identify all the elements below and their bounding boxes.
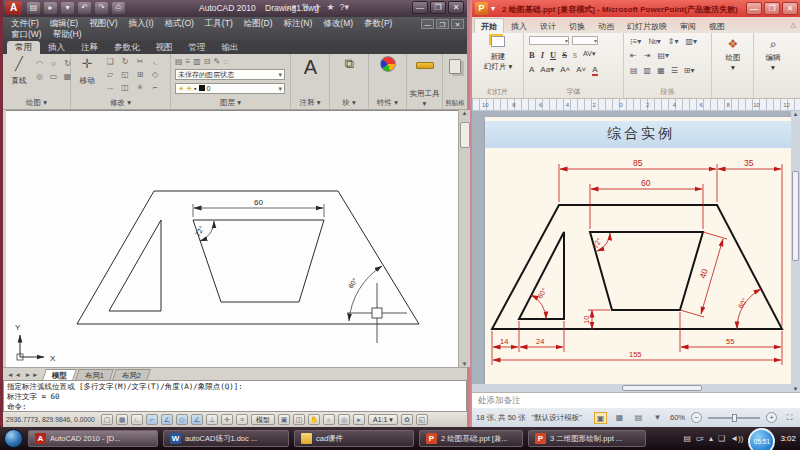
columns-icon[interactable]: ▥▾ (686, 37, 698, 46)
doc-minimize-icon[interactable]: — (421, 19, 434, 29)
command-line[interactable]: 指定标注弧线位置或 [多行文字(M)/文字(T)/角度(A)/象限点(Q)]: … (3, 380, 467, 412)
outer-trapezoid[interactable] (77, 191, 419, 324)
help-icon[interactable]: ?▾ (339, 2, 349, 13)
modify-panel-label[interactable]: 修改 ▾ (71, 98, 170, 108)
stretch-icon[interactable]: ↔ (103, 82, 117, 94)
tab-home[interactable]: 常用 (7, 41, 40, 54)
autocad-drawing-canvas[interactable]: 60 72° 60° (6, 110, 458, 367)
close-button[interactable]: ✕ (448, 1, 464, 14)
underline-button[interactable]: U (550, 50, 556, 60)
ortho-toggle[interactable]: ⌐ (146, 414, 158, 425)
tab-manage[interactable]: 管理 (181, 41, 214, 54)
properties-panel-label[interactable]: 特性 ▾ (369, 98, 406, 108)
text-button[interactable]: A (291, 56, 330, 76)
minimize-button[interactable]: — (412, 1, 428, 14)
indent-icon[interactable]: ⇥ (644, 51, 651, 60)
plot-icon[interactable]: ⎙ (112, 2, 125, 14)
pan-icon[interactable]: ✋ (308, 414, 320, 425)
tab-parametric[interactable]: 参数化 (106, 41, 148, 54)
menu-tools[interactable]: 工具(T) (205, 18, 233, 30)
polar-toggle[interactable]: ∠ (161, 414, 173, 425)
osnap-toggle[interactable]: ◇ (176, 414, 188, 425)
move-button[interactable]: ✛ 移动 (74, 56, 100, 86)
ppt-tab-review[interactable]: 审阅 (674, 19, 702, 33)
annotation-scale-button[interactable]: A1:1 ▾ (368, 414, 398, 425)
vscroll-thumb[interactable] (792, 171, 799, 261)
tab-layout2[interactable]: 布局2 (112, 369, 151, 380)
slide-hscrollbar[interactable] (472, 384, 793, 392)
charspacing-icon[interactable]: AV▾ (583, 50, 595, 60)
taskbar-autocad[interactable]: A AutoCAD 2010 - [D... (28, 430, 158, 447)
menu-dimension[interactable]: 标注(N) (284, 18, 313, 30)
font-color-icon[interactable]: A (592, 65, 597, 76)
tab-annotate[interactable]: 注释 (73, 41, 106, 54)
doc-restore-icon[interactable]: ❐ (436, 19, 449, 29)
paste-button[interactable] (443, 56, 467, 76)
ppt-close-button[interactable]: ✕ (782, 2, 798, 15)
layer-props-icon[interactable]: ▤ (175, 56, 183, 68)
bullets-icon[interactable]: ⁝≡▾ (630, 37, 641, 46)
tab-insert[interactable]: 插入 (40, 41, 73, 54)
offset-icon[interactable]: ◫ (118, 82, 132, 94)
draw-panel-label[interactable]: 绘图 ▾ (3, 98, 70, 108)
tab-view[interactable]: 视图 (148, 41, 181, 54)
hscroll-thumb[interactable] (622, 385, 702, 391)
steeringwheel-icon[interactable]: ◎ (338, 414, 350, 425)
slide[interactable]: 综合实例 (485, 117, 797, 385)
layer-match-icon[interactable]: ≡ (186, 56, 191, 68)
linespacing-icon[interactable]: ⇕▾ (668, 37, 679, 46)
annotation-panel-label[interactable]: 注释 ▾ (291, 98, 329, 108)
ppt-qat-save-icon[interactable]: ▾ (491, 4, 495, 13)
font-size-select[interactable]: ▾ (572, 36, 598, 45)
showmotion-icon[interactable]: ▸ (353, 414, 365, 425)
notes-pane[interactable]: 处添加备注 (472, 392, 800, 408)
tray-cf-icon[interactable]: CF (696, 436, 704, 442)
ppt-titlebar[interactable]: P ▾ 2 绘图基础.ppt [兼容模式] - Microsoft PowerP… (472, 0, 800, 17)
scale-icon[interactable]: ◱ (118, 69, 132, 81)
layout-quickview-icon[interactable]: ▣ (278, 414, 290, 425)
taskbar-clock[interactable]: 3:02 (780, 434, 796, 443)
ppt-tab-home[interactable]: 开始 (474, 18, 504, 33)
autocad-titlebar[interactable]: A ▤ ▸ ▾ ↶ ↷ ⎙ AutoCAD 2010 Drawing1.dwg … (3, 0, 467, 17)
array-icon[interactable]: ⊞ (133, 69, 147, 81)
menu-parametric[interactable]: 参数(P) (364, 18, 392, 30)
circle-icon[interactable]: ○ (47, 58, 60, 70)
fillet-icon[interactable]: ◟ (148, 56, 162, 68)
drawing-button[interactable]: ❖ 绘图▾ (712, 37, 754, 72)
grid-toggle[interactable]: ∟ (131, 414, 143, 425)
workspace-icon[interactable]: ✿ (401, 414, 413, 425)
inner-trapezoid[interactable] (193, 220, 324, 302)
layer-freeze-icon[interactable]: ✎ (214, 56, 221, 68)
menu-help[interactable]: 帮助(H) (53, 29, 82, 41)
doc-close-icon[interactable]: ✕ (451, 19, 464, 29)
start-button[interactable] (4, 429, 23, 448)
zoom-out-button[interactable]: − (691, 412, 702, 423)
redo-icon[interactable]: ↷ (95, 2, 108, 14)
fit-to-window-button[interactable]: ⛶ (783, 412, 796, 424)
shadow-button[interactable]: s (573, 50, 577, 60)
ppt-tab-transitions[interactable]: 切换 (563, 19, 591, 33)
new-icon[interactable]: ▤ (27, 2, 40, 14)
line-button[interactable]: ╱ 直线 (6, 56, 32, 86)
taskbar-folder[interactable]: cad课件 (294, 430, 414, 447)
autocad-logo[interactable]: A (5, 1, 22, 15)
menu-format[interactable]: 格式(O) (165, 18, 194, 30)
normal-view-button[interactable]: ▣ (594, 412, 607, 424)
font-family-select[interactable]: ▾ (529, 36, 569, 45)
grow-font-icon[interactable]: A˄ (560, 65, 570, 76)
fullscreen-icon[interactable]: ◱ (416, 414, 428, 425)
reading-view-button[interactable]: ▤ (632, 412, 645, 424)
ppt-tab-design[interactable]: 设计 (534, 19, 562, 33)
snap-toggle[interactable]: ▦ (116, 414, 128, 425)
zoom-icon[interactable]: ⌕ (323, 414, 335, 425)
smartart-icon[interactable]: ⊞▾ (684, 66, 695, 75)
arc-icon[interactable]: ◠ (33, 58, 46, 70)
align-left-icon[interactable]: ▤ (630, 66, 638, 75)
text-direction-icon[interactable]: ▤▾ (657, 51, 669, 60)
outdent-icon[interactable]: ⇤ (630, 51, 637, 60)
ducs-toggle[interactable]: ⊥ (206, 414, 218, 425)
ppt-tab-insert[interactable]: 插入 (505, 19, 533, 33)
volume-icon[interactable]: ◄)) (730, 434, 743, 443)
drawing-quickview-icon[interactable]: ◫ (293, 414, 305, 425)
tab-layout1[interactable]: 布局1 (75, 369, 114, 380)
